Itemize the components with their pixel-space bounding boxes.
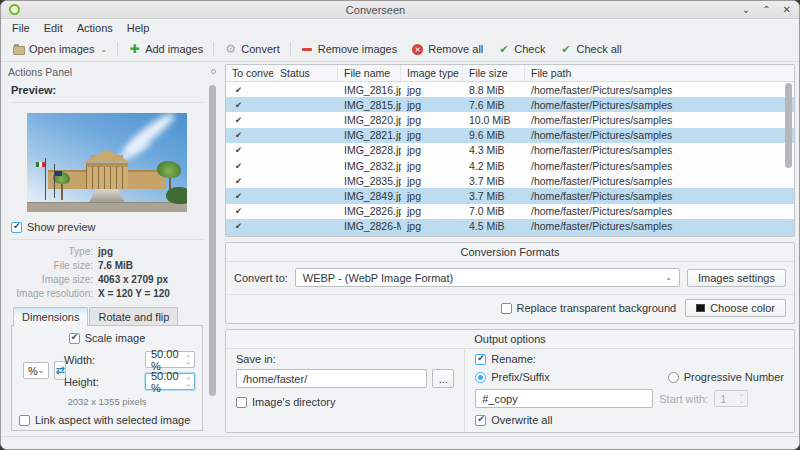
column-header[interactable]: File name: [338, 65, 401, 81]
cell-name: IMG_2821.jpg: [338, 129, 401, 141]
remove-images-label: Remove images: [318, 43, 397, 55]
choose-color-button[interactable]: Choose color: [685, 299, 786, 317]
save-path-input[interactable]: /home/faster/: [236, 369, 427, 388]
tab-rotate-flip[interactable]: Rotate and flip: [89, 307, 178, 326]
check-button[interactable]: ✔ Check: [490, 41, 552, 58]
cell-size: 7.0 MiB: [463, 235, 525, 237]
chevron-down-icon: ⌄: [665, 273, 672, 282]
cell-name: IMG_2826-M...: [338, 220, 401, 232]
progressive-number-radio[interactable]: Progressive Number: [668, 371, 784, 383]
maximize-button[interactable]: ⌃: [762, 5, 770, 15]
overwrite-all-label: Overwrite all: [491, 414, 552, 426]
table-row[interactable]: ✔IMG_2826.jpgjpg7.0 MiB/home/faster/Pict…: [226, 204, 794, 219]
table-row[interactable]: ✔IMG_2854-2.j...jpg7.0 MiB/home/faster/P…: [226, 234, 794, 237]
blue-flag: [55, 171, 62, 176]
table-row[interactable]: ✔IMG_2835.jpgjpg3.7 MiB/home/faster/Pict…: [226, 173, 794, 188]
info-value: jpg: [98, 246, 203, 257]
spinner-arrows-icon[interactable]: ⌃⌄: [186, 378, 191, 386]
overwrite-all-checkbox[interactable]: Overwrite all: [475, 414, 784, 426]
titlebar: Converseen ⌄ ⌃ ✕: [1, 1, 799, 19]
start-with-spinbox[interactable]: 1 ⌃⌄: [714, 390, 748, 407]
cell-chk: ✔: [226, 206, 274, 216]
table-row[interactable]: ✔IMG_2828.jpgjpg4.3 MiB/home/faster/Pict…: [226, 143, 794, 158]
table-scrollbar[interactable]: [785, 83, 793, 234]
replace-transparent-checkbox[interactable]: Replace transparent background: [501, 302, 677, 314]
checkbox-box: [475, 415, 486, 426]
table-row[interactable]: ✔IMG_2821.jpgjpg9.6 MiB/home/faster/Pict…: [226, 128, 794, 143]
cell-path: /home/faster/Pictures/samples: [525, 235, 794, 237]
statusbar: [1, 436, 799, 449]
column-header[interactable]: Status: [274, 65, 338, 81]
column-header[interactable]: Image type: [401, 65, 463, 81]
link-aspect-label: Link aspect with selected image: [35, 414, 190, 426]
file-table: To convertStatusFile nameImage typeFile …: [225, 64, 795, 237]
show-preview-checkbox[interactable]: Show preview: [11, 221, 203, 233]
cell-chk: ✔: [226, 191, 274, 201]
width-spinbox[interactable]: 50.00 % ⌃⌄: [145, 351, 195, 368]
remove-images-button[interactable]: Remove images: [294, 41, 404, 58]
add-plus-icon: ✚: [128, 43, 141, 56]
divider: [11, 102, 203, 103]
toolbar-separator: [290, 42, 291, 57]
minimize-button[interactable]: ⌄: [742, 5, 750, 15]
panel-float-button[interactable]: [211, 69, 216, 74]
table-header: To convertStatusFile nameImage typeFile …: [226, 65, 794, 82]
images-settings-button[interactable]: Images settings: [687, 269, 786, 287]
table-row[interactable]: ✔IMG_2816.jpgjpg8.8 MiB/home/faster/Pict…: [226, 82, 794, 97]
right-column: To convertStatusFile nameImage typeFile …: [225, 64, 795, 433]
format-combobox[interactable]: WEBP - (WebP Image Format) ⌄: [295, 268, 680, 287]
cell-chk: ✔: [226, 161, 274, 171]
table-row[interactable]: ✔IMG_2849.jpgjpg3.7 MiB/home/faster/Pict…: [226, 188, 794, 203]
info-label: Type:: [11, 246, 93, 257]
checkbox-box: [11, 222, 22, 233]
remove-all-label: Remove all: [428, 43, 483, 55]
table-row[interactable]: ✔IMG_2815.jpgjpg7.6 MiB/home/faster/Pict…: [226, 97, 794, 112]
column-header[interactable]: File path: [525, 65, 794, 81]
cell-path: /home/faster/Pictures/samples: [525, 220, 794, 232]
column-header[interactable]: File size: [463, 65, 525, 81]
prefix-suffix-radio[interactable]: Prefix/Suffix: [475, 371, 550, 383]
cell-size: 3.7 MiB: [463, 190, 525, 202]
start-with-label: Start with:: [659, 393, 708, 405]
save-in-label: Save in:: [236, 353, 454, 365]
resulting-pixels-note: 2032 x 1355 pixels: [19, 396, 195, 407]
table-row[interactable]: ✔IMG_2820.jpgjpg10.0 MiB/home/faster/Pic…: [226, 112, 794, 127]
cell-type: jpg: [401, 190, 463, 202]
menu-item-actions[interactable]: Actions: [70, 21, 120, 35]
menu-item-edit[interactable]: Edit: [37, 21, 70, 35]
cell-size: 8.8 MiB: [463, 84, 525, 96]
tab-dimensions[interactable]: Dimensions: [13, 307, 88, 326]
info-label: Image resolution:: [11, 288, 93, 299]
menu-item-help[interactable]: Help: [120, 21, 157, 35]
images-directory-checkbox[interactable]: Image's directory: [236, 396, 454, 408]
browse-button[interactable]: ...: [432, 369, 454, 388]
height-spinbox[interactable]: 50.00 % ⌃⌄: [145, 373, 195, 390]
rename-pattern-input[interactable]: #_copy: [475, 389, 653, 408]
unit-combobox[interactable]: % ⌄: [23, 362, 49, 379]
open-images-button[interactable]: Open images ⌄: [5, 41, 114, 58]
spinner-arrows-icon[interactable]: ⌃⌄: [186, 356, 191, 364]
remove-all-icon: ✕: [412, 44, 423, 55]
check-all-label: Check all: [576, 43, 621, 55]
cell-type: jpg: [401, 205, 463, 217]
panel-scrollbar[interactable]: [209, 85, 216, 423]
add-images-label: Add images: [145, 43, 203, 55]
info-label: Image size:: [11, 274, 93, 285]
cell-size: 7.0 MiB: [463, 205, 525, 217]
table-row[interactable]: ✔IMG_2832.jpgjpg4.2 MiB/home/faster/Pict…: [226, 158, 794, 173]
checkbox-box: [69, 333, 80, 344]
table-row[interactable]: ✔IMG_2826-M...jpg4.5 MiB/home/faster/Pic…: [226, 219, 794, 234]
scale-image-checkbox[interactable]: Scale image: [69, 332, 146, 344]
menu-item-file[interactable]: File: [5, 21, 37, 35]
remove-all-button[interactable]: ✕ Remove all: [404, 41, 490, 58]
convert-button[interactable]: ⚙ Convert: [217, 41, 287, 58]
rename-checkbox[interactable]: Rename:: [475, 353, 784, 365]
dimensions-tab-content: Scale image Width: 50.00 % ⌃⌄ % ⌄: [11, 325, 203, 431]
close-button[interactable]: ✕: [783, 5, 791, 15]
column-header[interactable]: To convert: [226, 65, 274, 81]
add-images-button[interactable]: ✚ Add images: [121, 41, 210, 58]
link-aspect-checkbox[interactable]: Link aspect with selected image: [19, 414, 195, 426]
cell-path: /home/faster/Pictures/samples: [525, 205, 794, 217]
cell-name: IMG_2835.jpg: [338, 175, 401, 187]
check-all-button[interactable]: ✔ Check all: [552, 41, 628, 58]
